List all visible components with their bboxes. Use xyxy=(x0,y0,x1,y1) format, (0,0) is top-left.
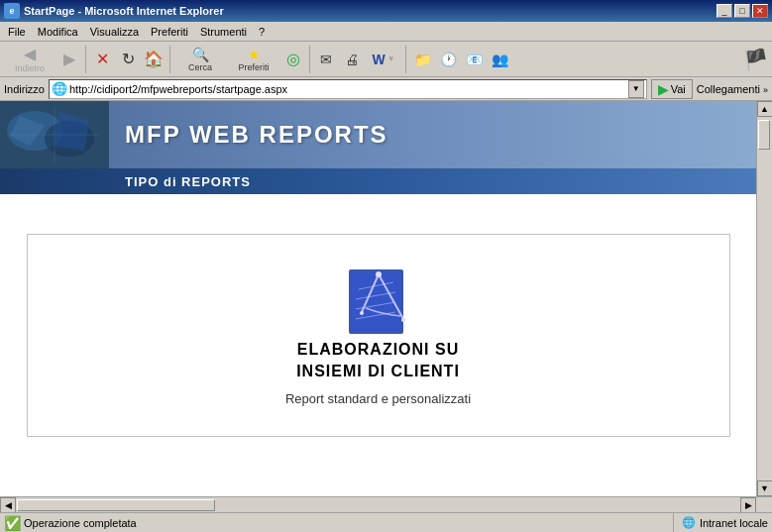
search-button[interactable]: 🔍 Cerca xyxy=(174,44,226,75)
status-icon: ✅ xyxy=(4,515,20,531)
go-arrow-icon: ▶ xyxy=(658,81,669,97)
back-button[interactable]: ◀ Indietro xyxy=(4,44,55,75)
people-icon: 👥 xyxy=(492,52,508,67)
scroll-track xyxy=(758,118,772,479)
print-button[interactable]: 🖨 xyxy=(340,44,364,75)
menu-visualizza[interactable]: Visualizza xyxy=(84,24,145,40)
sep2 xyxy=(169,46,170,73)
refresh-button[interactable]: ↻ xyxy=(116,44,140,75)
svg-point-16 xyxy=(401,318,405,322)
header-text: mFp WEB REPORTS xyxy=(109,113,404,157)
media-icon: ◎ xyxy=(286,50,300,68)
home-button[interactable]: 🏠 xyxy=(142,44,165,75)
folder-button[interactable]: 📁 xyxy=(410,44,434,75)
edit-button[interactable]: W ▼ xyxy=(366,44,401,75)
header-logo xyxy=(0,101,109,168)
content-title: ELABORAZIONI SU INSIEMI DI CLIENTI xyxy=(296,339,460,383)
address-input-wrap[interactable]: 🌐 ▼ xyxy=(49,79,647,99)
title-bar: e StartPage - Microsoft Internet Explore… xyxy=(0,0,772,22)
menu-help[interactable]: ? xyxy=(253,24,271,40)
forward-button[interactable]: ▶ xyxy=(57,44,81,75)
stop-icon: ✕ xyxy=(96,50,109,68)
toolbar: ◀ Indietro ▶ ✕ ↻ 🏠 🔍 Cerca ★ Preferiti ◎… xyxy=(0,42,772,77)
word-icon: W xyxy=(372,52,385,67)
content-title-line2: INSIEMI DI CLIENTI xyxy=(296,363,460,379)
sep1 xyxy=(85,46,86,73)
windows-logo: 🏴 xyxy=(743,48,768,71)
svg-point-15 xyxy=(376,271,382,277)
menu-file[interactable]: File xyxy=(2,24,32,40)
close-button[interactable]: ✕ xyxy=(752,4,768,18)
address-favicon: 🌐 xyxy=(52,81,67,96)
favorites-label: Preferiti xyxy=(238,62,269,72)
scroll-up-button[interactable]: ▲ xyxy=(757,101,773,117)
sep3 xyxy=(309,46,310,73)
go-label: Vai xyxy=(671,83,686,95)
status-bar: ✅ Operazione completata 🌐 Intranet local… xyxy=(0,512,772,532)
people-button[interactable]: 👥 xyxy=(488,44,511,75)
mail2-button[interactable]: 📧 xyxy=(462,44,486,75)
stop-button[interactable]: ✕ xyxy=(90,44,114,75)
scroll-corner xyxy=(756,497,772,513)
svg-point-17 xyxy=(360,311,364,315)
refresh-icon: ↻ xyxy=(122,50,135,68)
go-button[interactable]: ▶ Vai xyxy=(651,79,693,99)
back-icon: ◀ xyxy=(24,45,36,63)
header-subtitle: TIPO di REPORTS xyxy=(109,174,267,189)
title-bar-controls: _ □ ✕ xyxy=(717,4,768,18)
content-scroll-area: mFp WEB REPORTS TIPO di REPORTS xyxy=(0,101,772,496)
ie-icon: e xyxy=(4,3,20,19)
favorites-button[interactable]: ★ Preferiti xyxy=(228,44,279,75)
forward-icon: ▶ xyxy=(63,50,75,68)
folder-icon: 📁 xyxy=(414,52,431,67)
content-description: Report standard e personalizzati xyxy=(285,391,471,406)
header-subtitle-bar: TIPO di REPORTS xyxy=(0,168,756,194)
scroll-down-button[interactable]: ▼ xyxy=(757,480,773,496)
links-expand-icon: » xyxy=(763,85,768,95)
mail-icon: ✉ xyxy=(320,52,332,67)
maximize-button[interactable]: □ xyxy=(734,4,750,18)
window-title: StartPage - Microsoft Internet Explorer xyxy=(24,5,224,17)
content-main: mFp WEB REPORTS TIPO di REPORTS xyxy=(0,101,756,496)
menu-modifica[interactable]: Modifica xyxy=(32,24,84,40)
scroll-right-button[interactable]: ▶ xyxy=(740,497,756,513)
home-icon: 🏠 xyxy=(144,50,164,68)
title-bar-left: e StartPage - Microsoft Internet Explore… xyxy=(4,3,224,19)
search-label: Cerca xyxy=(188,62,212,72)
status-text: Operazione completata xyxy=(24,517,669,529)
media-button[interactable]: ◎ xyxy=(281,44,305,75)
mail-button[interactable]: ✉ xyxy=(314,44,338,75)
h-scroll-thumb[interactable] xyxy=(17,499,215,511)
address-label: Indirizzo xyxy=(4,83,45,95)
history-button[interactable]: 🕐 xyxy=(436,44,460,75)
address-bar: Indirizzo 🌐 ▼ ▶ Vai Collegamenti » xyxy=(0,77,772,101)
logo-svg xyxy=(0,101,109,168)
h-scroll-track xyxy=(16,498,740,512)
content-box[interactable]: ELABORAZIONI SU INSIEMI DI CLIENTI Repor… xyxy=(27,234,730,437)
menu-preferiti[interactable]: Preferiti xyxy=(145,24,194,40)
clock-icon: 🕐 xyxy=(440,52,457,67)
h-scrollbar: ◀ ▶ xyxy=(0,496,772,512)
status-zone: 🌐 Intranet locale xyxy=(673,513,768,532)
page-header: mFp WEB REPORTS xyxy=(0,101,756,168)
print-icon: 🖨 xyxy=(345,52,359,67)
sep4 xyxy=(405,46,406,73)
blueprint-icon xyxy=(344,265,413,339)
zone-icon: 🌐 xyxy=(682,516,696,529)
menu-strumenti[interactable]: Strumenti xyxy=(194,24,253,40)
mail2-icon: 📧 xyxy=(466,52,483,67)
minimize-button[interactable]: _ xyxy=(717,4,732,18)
scroll-left-button[interactable]: ◀ xyxy=(0,497,16,513)
browser-wrapper: mFp WEB REPORTS TIPO di REPORTS xyxy=(0,101,772,532)
links-label[interactable]: Collegamenti » xyxy=(697,83,768,95)
header-title: mFp WEB REPORTS xyxy=(125,121,388,149)
address-dropdown[interactable]: ▼ xyxy=(628,80,644,98)
search-icon: 🔍 xyxy=(192,47,209,62)
scroll-thumb[interactable] xyxy=(758,120,770,150)
star-icon: ★ xyxy=(248,47,261,62)
v-scrollbar: ▲ ▼ xyxy=(756,101,772,496)
address-input[interactable] xyxy=(69,83,626,95)
content-title-line1: ELABORAZIONI SU xyxy=(297,341,459,358)
back-label: Indietro xyxy=(15,63,45,73)
page-content: ELABORAZIONI SU INSIEMI DI CLIENTI Repor… xyxy=(0,194,756,496)
